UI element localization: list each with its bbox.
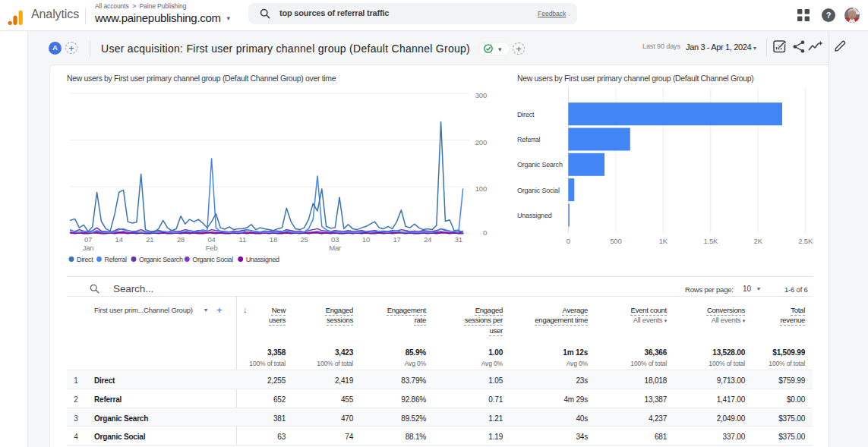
svg-text:Unassigned: Unassigned: [246, 256, 279, 263]
svg-text:Referral: Referral: [517, 136, 541, 143]
svg-text:Organic Search: Organic Search: [139, 256, 183, 263]
svg-text:2K: 2K: [754, 237, 763, 245]
svg-text:300: 300: [475, 91, 487, 99]
svg-text:Direct: Direct: [77, 256, 93, 263]
svg-text:28: 28: [177, 235, 185, 244]
svg-text:14: 14: [115, 235, 123, 244]
svg-text:31: 31: [455, 235, 462, 244]
svg-text:03: 03: [331, 235, 339, 244]
svg-text:21: 21: [146, 235, 153, 244]
svg-text:18: 18: [270, 235, 277, 244]
svg-text:07: 07: [84, 235, 92, 244]
svg-text:04: 04: [208, 235, 216, 244]
svg-text:200: 200: [475, 138, 487, 146]
svg-text:Feb: Feb: [206, 244, 218, 252]
svg-text:100: 100: [475, 184, 487, 193]
svg-text:10: 10: [362, 235, 370, 244]
svg-text:1K: 1K: [659, 237, 668, 245]
svg-text:Unassigned: Unassigned: [517, 212, 552, 219]
svg-text:0: 0: [567, 237, 570, 245]
svg-text:Mar: Mar: [329, 244, 341, 252]
svg-text:Organic Search: Organic Search: [517, 161, 563, 168]
svg-text:Organic Social: Organic Social: [192, 256, 233, 263]
svg-text:0: 0: [483, 228, 487, 237]
svg-text:500: 500: [610, 237, 621, 245]
svg-text:25: 25: [301, 235, 308, 244]
svg-text:2.5K: 2.5K: [798, 237, 813, 245]
svg-text:24: 24: [424, 235, 431, 244]
svg-text:1.5K: 1.5K: [703, 237, 718, 245]
svg-text:Direct: Direct: [517, 111, 535, 118]
svg-text:11: 11: [239, 235, 246, 244]
svg-text:Referral: Referral: [105, 256, 128, 263]
svg-text:17: 17: [393, 235, 400, 244]
svg-text:Jan: Jan: [83, 244, 94, 252]
svg-text:Organic Social: Organic Social: [517, 187, 560, 194]
